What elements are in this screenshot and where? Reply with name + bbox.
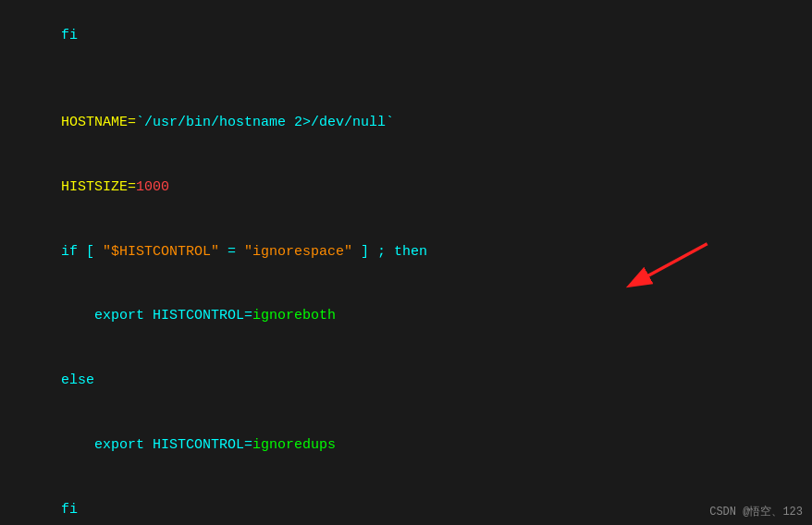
code-text: 1000 — [136, 179, 169, 195]
code-text: ignoreboth — [252, 308, 336, 324]
code-text: ] ; then — [352, 244, 427, 260]
code-text: "$HISTCONTROL" — [103, 244, 219, 260]
code-text: fi — [61, 28, 78, 43]
empty-line — [0, 68, 812, 91]
code-container: fi HOSTNAME=`/usr/bin/hostname 2>/dev/nu… — [0, 0, 812, 525]
code-text: HOSTNAME= — [61, 115, 136, 130]
watermark: CSDN @悟空、123 — [709, 504, 803, 521]
code-text: = — [219, 244, 244, 260]
code-text: export HISTCONTROL= — [61, 437, 252, 453]
code-text: `/usr/bin/hostname 2>/dev/null` — [136, 115, 394, 130]
code-text: else — [61, 372, 94, 388]
code-text: fi — [61, 502, 78, 518]
code-line: HISTSIZE=1000 — [0, 155, 812, 220]
code-text: if [ — [61, 244, 103, 260]
code-text: export HISTCONTROL= — [61, 308, 252, 324]
code-line: if [ "$HISTCONTROL" = "ignorespace" ] ; … — [0, 219, 812, 284]
code-text: "ignorespace" — [244, 244, 352, 260]
code-text: HISTSIZE= — [61, 179, 136, 195]
code-line: export HISTCONTROL=ignoreboth — [0, 284, 812, 348]
code-text: ignoredups — [252, 437, 336, 453]
code-line: fi — [0, 477, 812, 525]
code-line: fi — [0, 4, 812, 68]
code-line: export HISTCONTROL=ignoredups — [0, 413, 812, 478]
code-line: else — [0, 348, 812, 413]
code-line: HOSTNAME=`/usr/bin/hostname 2>/dev/null` — [0, 91, 812, 155]
